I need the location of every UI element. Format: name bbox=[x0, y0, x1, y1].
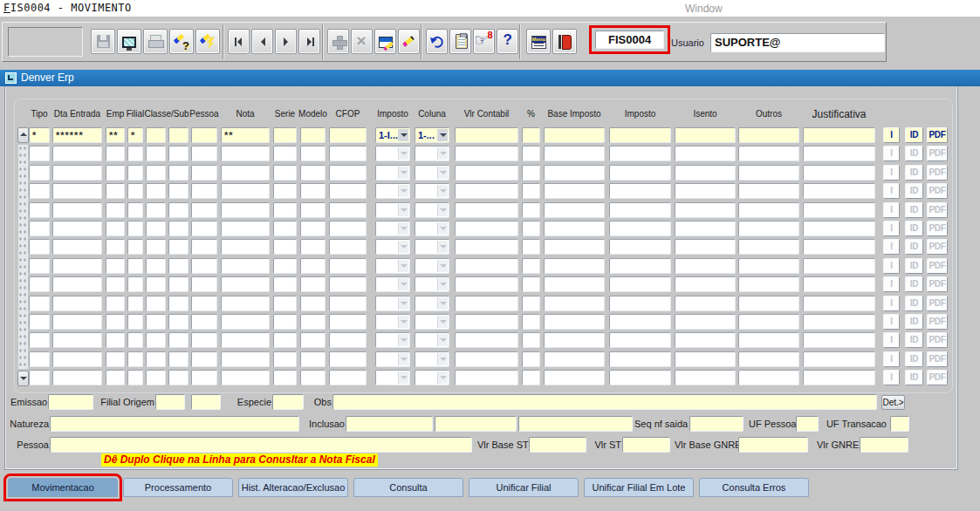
cell-pessoa[interactable] bbox=[191, 183, 217, 199]
cell-base_imposto[interactable] bbox=[544, 183, 605, 199]
cell-nota[interactable] bbox=[221, 202, 270, 218]
row-button-i[interactable]: I bbox=[883, 239, 900, 255]
cell-filial[interactable] bbox=[127, 351, 143, 367]
cell-classe2[interactable] bbox=[168, 165, 188, 181]
cell-pct[interactable] bbox=[522, 296, 540, 311]
cell-serie[interactable] bbox=[273, 202, 297, 218]
tab-unificar-filial-em-lote[interactable]: Unificar Filial Em Lote bbox=[584, 478, 694, 497]
cell-dta[interactable] bbox=[52, 351, 102, 367]
cell-coluna[interactable] bbox=[415, 296, 449, 311]
cell-just[interactable] bbox=[803, 221, 875, 236]
cell-outros[interactable] bbox=[738, 314, 799, 330]
row-button-i[interactable]: I bbox=[883, 146, 900, 161]
execute-query-button[interactable] bbox=[195, 29, 220, 54]
cell-filial[interactable] bbox=[127, 296, 143, 311]
cell-dta[interactable]: ****** bbox=[52, 127, 102, 143]
cell-base_imposto[interactable] bbox=[544, 296, 605, 311]
grid-row[interactable]: IIDPDF bbox=[29, 146, 948, 161]
cell-modelo[interactable] bbox=[300, 127, 326, 143]
cell-base_imposto[interactable] bbox=[544, 314, 605, 330]
grid-row[interactable]: IIDPDF bbox=[29, 296, 948, 311]
row-button-pdf[interactable]: PDF bbox=[927, 351, 948, 367]
cell-imposto2[interactable] bbox=[609, 276, 671, 292]
cell-cfop[interactable] bbox=[329, 314, 367, 330]
cell-emp[interactable] bbox=[106, 221, 125, 236]
row-button-id[interactable]: ID bbox=[905, 332, 923, 348]
row-button-i[interactable]: I bbox=[883, 296, 900, 311]
cell-pct[interactable] bbox=[522, 202, 540, 218]
cell-imposto[interactable] bbox=[375, 221, 410, 236]
grid-row[interactable]: IIDPDF bbox=[29, 183, 948, 199]
cell-modelo[interactable] bbox=[300, 296, 326, 311]
cell-classe1[interactable] bbox=[146, 296, 166, 311]
cell-outros[interactable] bbox=[738, 183, 799, 199]
cell-pessoa[interactable] bbox=[191, 146, 217, 161]
cell-classe2[interactable] bbox=[168, 332, 188, 348]
cell-base_imposto[interactable] bbox=[544, 221, 605, 236]
row-button-id[interactable]: ID bbox=[905, 351, 923, 367]
cell-pct[interactable] bbox=[522, 127, 540, 143]
cell-filial[interactable] bbox=[127, 276, 143, 292]
dropdown-arrow[interactable] bbox=[437, 353, 448, 365]
cell-imposto2[interactable] bbox=[609, 370, 671, 385]
cell-emp[interactable] bbox=[106, 239, 125, 255]
cell-emp[interactable] bbox=[106, 351, 125, 367]
field-input[interactable] bbox=[518, 416, 633, 432]
cell-classe2[interactable] bbox=[168, 296, 188, 311]
cell-imposto[interactable] bbox=[375, 165, 410, 181]
cell-pessoa[interactable] bbox=[191, 276, 217, 292]
cell-dta[interactable] bbox=[52, 314, 102, 330]
cell-pessoa[interactable] bbox=[191, 332, 217, 348]
cell-coluna[interactable] bbox=[415, 146, 449, 161]
row-button-id[interactable]: ID bbox=[905, 221, 923, 236]
field-input[interactable] bbox=[155, 394, 185, 410]
cell-classe1[interactable] bbox=[146, 332, 166, 348]
field-input[interactable] bbox=[48, 394, 93, 410]
tab-movimentacao[interactable]: Movimentacao bbox=[8, 478, 118, 497]
cell-pessoa[interactable] bbox=[191, 239, 217, 255]
cell-imposto2[interactable] bbox=[609, 183, 671, 199]
previous-record-button[interactable] bbox=[251, 29, 273, 54]
cell-imposto[interactable] bbox=[375, 202, 410, 218]
cell-tipo[interactable] bbox=[29, 276, 50, 292]
details-button[interactable]: Det.> bbox=[881, 395, 905, 410]
row-button-pdf[interactable]: PDF bbox=[927, 332, 948, 348]
cell-nota[interactable] bbox=[221, 165, 270, 181]
cell-imposto[interactable] bbox=[375, 239, 410, 255]
cell-vlr_contabil[interactable] bbox=[455, 165, 518, 181]
dropdown-arrow[interactable] bbox=[437, 129, 448, 141]
cell-coluna[interactable] bbox=[415, 258, 449, 274]
cell-isento[interactable] bbox=[675, 314, 736, 330]
last-record-button[interactable] bbox=[298, 29, 320, 54]
grid-row[interactable]: IIDPDF bbox=[29, 202, 948, 218]
cell-cfop[interactable] bbox=[329, 239, 367, 255]
cell-imposto[interactable] bbox=[375, 296, 410, 311]
cell-imposto2[interactable] bbox=[609, 146, 671, 161]
grid-row[interactable]: IIDPDF bbox=[29, 239, 948, 255]
cell-base_imposto[interactable] bbox=[544, 239, 605, 255]
grid-row[interactable]: IIDPDF bbox=[29, 370, 948, 385]
cell-pct[interactable] bbox=[522, 239, 540, 255]
cell-isento[interactable] bbox=[675, 221, 736, 236]
cell-imposto[interactable] bbox=[375, 258, 410, 274]
cell-nota[interactable] bbox=[221, 183, 270, 199]
cell-classe1[interactable] bbox=[146, 127, 166, 143]
row-button-id[interactable]: ID bbox=[905, 202, 923, 218]
cell-outros[interactable] bbox=[738, 332, 799, 348]
cell-dta[interactable] bbox=[52, 183, 102, 199]
cell-serie[interactable] bbox=[273, 314, 297, 330]
cell-outros[interactable] bbox=[738, 296, 799, 311]
row-button-pdf[interactable]: PDF bbox=[927, 258, 948, 274]
cell-imposto2[interactable] bbox=[609, 258, 671, 274]
cell-pct[interactable] bbox=[522, 370, 540, 385]
grid-row[interactable]: IIDPDF bbox=[29, 221, 948, 236]
cell-emp[interactable] bbox=[106, 183, 125, 199]
cell-modelo[interactable] bbox=[300, 314, 326, 330]
cell-outros[interactable] bbox=[738, 127, 799, 143]
cell-just[interactable] bbox=[803, 146, 875, 161]
cell-outros[interactable] bbox=[738, 258, 799, 274]
view-screen-button[interactable] bbox=[117, 29, 141, 54]
dropdown-arrow[interactable] bbox=[437, 334, 448, 346]
dropdown-arrow[interactable] bbox=[437, 167, 448, 179]
cell-serie[interactable] bbox=[273, 332, 297, 348]
